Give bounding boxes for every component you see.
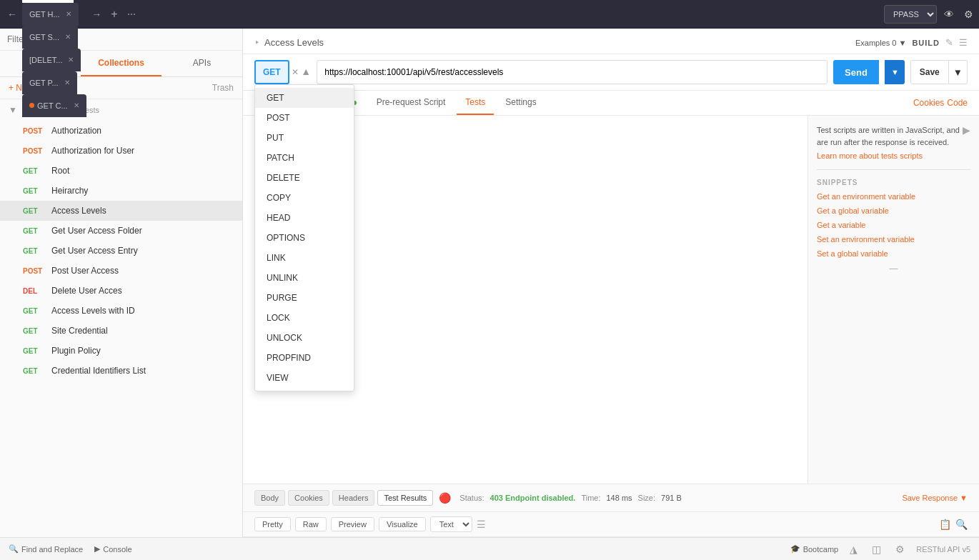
layout-btn-2[interactable]: ◫: [869, 542, 884, 556]
list-item[interactable]: GETAccess Levels with ID: [0, 301, 242, 321]
more-tabs-button[interactable]: ⋯: [123, 9, 140, 19]
tab-get-p[interactable]: GET P...✕: [22, 71, 77, 94]
list-item[interactable]: DELDelete User Acces: [0, 281, 242, 301]
method-option-post[interactable]: POST: [255, 108, 354, 128]
layout-btn-3[interactable]: ⚙: [893, 542, 908, 556]
tab-pre-request[interactable]: Pre-request Script: [368, 91, 454, 115]
snippet-item[interactable]: Set a global variable: [817, 249, 888, 258]
learn-more-link[interactable]: Learn more about tests scripts: [817, 151, 923, 160]
method-select-button[interactable]: GET: [254, 60, 289, 84]
examples-button[interactable]: Examples 0 ▼: [855, 39, 906, 47]
list-item[interactable]: GETPlugin Policy: [0, 341, 242, 361]
resp-tab-cookies[interactable]: Cookies: [288, 490, 329, 506]
preview-button[interactable]: Preview: [331, 517, 374, 531]
method-option-propfind[interactable]: PROPFIND: [255, 348, 354, 368]
save-response-button[interactable]: Save Response ▼: [902, 494, 968, 502]
tab-get-c[interactable]: GET C...✕: [22, 94, 86, 117]
content-area: ‣ Access Levels Examples 0 ▼ BUILD ✎ ☰: [243, 29, 979, 537]
search-response-icon[interactable]: 🔍: [955, 519, 968, 530]
method-option-put[interactable]: PUT: [255, 128, 354, 148]
status-value: 403 Endpoint disabled.: [490, 494, 576, 502]
tab-get-a[interactable]: GET A...: [22, 0, 74, 3]
list-button[interactable]: ☰: [959, 37, 968, 48]
list-item[interactable]: GETRoot: [0, 161, 242, 181]
copy-icon[interactable]: 📋: [939, 519, 951, 530]
resp-tab-headers[interactable]: Headers: [332, 490, 375, 506]
breadcrumb: ‣ Access Levels: [254, 37, 324, 48]
size-value: 791 B: [661, 494, 682, 502]
method-option-link[interactable]: LINK: [255, 248, 354, 268]
list-item[interactable]: GETHeirarchy: [0, 181, 242, 201]
request-name: Access Levels with ID: [51, 306, 135, 316]
list-item[interactable]: GETCredential Identifiers List: [0, 361, 242, 381]
list-item[interactable]: GETGet User Access Entry: [0, 241, 242, 261]
send-button[interactable]: Send: [833, 60, 879, 84]
request-name: Site Credential: [51, 326, 108, 336]
save-button[interactable]: Save: [910, 60, 949, 84]
code-button[interactable]: Code: [947, 98, 968, 108]
cookies-button[interactable]: Cookies: [913, 98, 944, 108]
method-option-copy[interactable]: COPY: [255, 188, 354, 208]
send-dropdown-button[interactable]: ▼: [885, 60, 905, 84]
environment-select[interactable]: PPASS: [884, 5, 937, 24]
new-tab-button[interactable]: +: [106, 8, 121, 21]
tab-nav-forward[interactable]: →: [87, 9, 106, 20]
method-option-unlock[interactable]: UNLOCK: [255, 328, 354, 348]
method-badge: GET: [23, 327, 46, 335]
method-option-lock[interactable]: LOCK: [255, 308, 354, 328]
time-label: Time:: [581, 494, 600, 502]
method-option-delete[interactable]: DELETE: [255, 168, 354, 188]
layout-btn-1[interactable]: ◮: [847, 542, 860, 556]
snippet-item[interactable]: Get an environment variable: [817, 192, 915, 201]
method-option-unlink[interactable]: UNLINK: [255, 268, 354, 288]
breadcrumb-arrow: ‣: [254, 37, 260, 48]
snippet-item[interactable]: Get a global variable: [817, 206, 889, 215]
method-option-options[interactable]: OPTIONS: [255, 228, 354, 248]
pretty-button[interactable]: Pretty: [254, 517, 291, 531]
settings-icon[interactable]: ⚙: [961, 6, 976, 23]
method-option-get[interactable]: GET: [255, 88, 354, 108]
list-item[interactable]: GETSite Credential: [0, 321, 242, 341]
sidebar-tab-apis[interactable]: APIs: [161, 51, 242, 76]
method-option-head[interactable]: HEAD: [255, 208, 354, 228]
list-item[interactable]: POSTAuthorization: [0, 121, 242, 141]
snippet-item[interactable]: Set an environment variable: [817, 235, 915, 244]
url-input[interactable]: [317, 60, 828, 84]
list-item[interactable]: POSTPost User Access: [0, 261, 242, 281]
tab-tests[interactable]: Tests: [457, 91, 494, 115]
sidebar-tab-collections[interactable]: Collections: [81, 51, 161, 76]
trash-button[interactable]: Trash: [212, 83, 234, 93]
url-expand-button[interactable]: ▲: [301, 66, 311, 77]
resp-tab-test-results[interactable]: Test Results: [377, 490, 433, 506]
scripts-expand-button[interactable]: ▶: [963, 124, 970, 136]
bootcamp-button[interactable]: 🎓 Bootcamp: [790, 544, 839, 554]
list-item[interactable]: GETAccess Levels: [0, 201, 242, 221]
tab-get-s[interactable]: GET S...✕: [22, 26, 78, 49]
snippet-item[interactable]: Get a variable: [817, 221, 865, 229]
status-info: Status: 403 Endpoint disabled. Time: 148…: [459, 494, 681, 502]
method-option-patch[interactable]: PATCH: [255, 148, 354, 168]
method-option-view[interactable]: VIEW: [255, 368, 354, 388]
find-replace-button[interactable]: 🔍 Find and Replace: [9, 544, 83, 554]
tab-settings[interactable]: Settings: [497, 91, 545, 115]
edit-button[interactable]: ✎: [945, 37, 953, 48]
tab-get-h[interactable]: GET H...✕: [22, 3, 79, 26]
save-dropdown-button[interactable]: ▼: [949, 60, 968, 84]
format-select[interactable]: Text: [430, 516, 472, 532]
list-item[interactable]: GETGet User Access Folder: [0, 221, 242, 241]
list-item[interactable]: POSTAuthorization for User: [0, 141, 242, 161]
build-button[interactable]: BUILD: [912, 39, 940, 47]
tab-delete2[interactable]: [DELET...✕: [22, 49, 81, 71]
visualize-button[interactable]: Visualize: [379, 517, 426, 531]
method-badge: POST: [23, 267, 46, 275]
raw-button[interactable]: Raw: [295, 517, 327, 531]
tab-nav-back[interactable]: ←: [3, 9, 21, 20]
resp-tab-body[interactable]: Body: [254, 490, 285, 506]
status-label: Status:: [459, 494, 484, 502]
console-button[interactable]: ▶ Console: [94, 544, 131, 554]
eye-icon[interactable]: 👁: [941, 6, 957, 23]
scripts-panel: Test scripts are written in JavaScript, …: [807, 116, 979, 484]
sort-icon[interactable]: ☰: [477, 519, 486, 530]
url-clear-button[interactable]: ✕: [292, 67, 299, 77]
method-option-purge[interactable]: PURGE: [255, 288, 354, 308]
